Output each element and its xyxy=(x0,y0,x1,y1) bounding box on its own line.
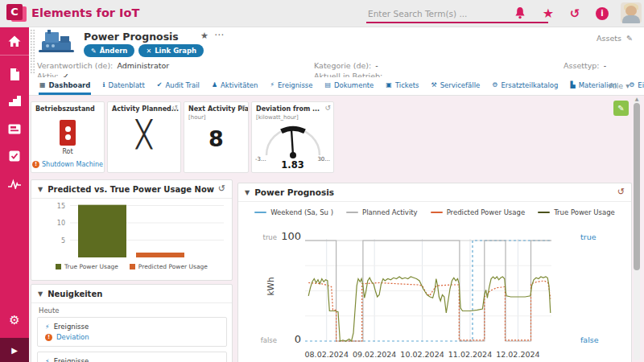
vertical-scrollbar: ▲ xyxy=(634,97,640,360)
dashboard-grid-icon: ▦ xyxy=(39,81,46,88)
y-tick-label: 15 xyxy=(57,203,65,210)
edit-asset-button[interactable]: ✎Ändern xyxy=(84,44,134,57)
app-logo[interactable]: C xyxy=(6,4,28,23)
tab-tickets[interactable]: ▣Tickets xyxy=(385,77,419,95)
tab-aktivitaeten[interactable]: ♟Aktivitäten xyxy=(211,77,259,95)
tab-dokumente[interactable]: ▤Dokumente xyxy=(324,77,375,95)
machine-asset-illustration xyxy=(37,29,76,57)
kpi-title: Activity Planned... xyxy=(108,102,180,113)
tab-dashboard[interactable]: ▦Dashboard xyxy=(39,77,91,95)
check-square-icon xyxy=(9,150,20,162)
history-icon[interactable]: ↺ xyxy=(218,183,225,194)
scroll-up-arrow[interactable]: ▲ xyxy=(634,96,640,101)
history-icon[interactable]: ↺ xyxy=(324,105,331,112)
tab-datenblatt[interactable]: ℹDatenblatt xyxy=(101,77,145,95)
collapse-chevron-icon[interactable]: ▼ xyxy=(38,290,43,298)
kpi-card-deviation: Deviation from ... ↺ [kilowatt_hour] -3.… xyxy=(251,101,334,173)
collapse-chevron-icon[interactable]: ▼ xyxy=(245,189,250,196)
shutdown-machine-link[interactable]: Shutdown Machine xyxy=(42,161,103,168)
neuigkeiten-card: ▼ Neuigkeiten Heute ⚡Ereignisse !Deviati… xyxy=(31,284,233,362)
tab-filter-dropdown[interactable]: Alle ▾ xyxy=(609,81,630,90)
deviation-value: 1.83 xyxy=(252,159,333,171)
assettype-value: - xyxy=(604,61,606,70)
user-avatar[interactable] xyxy=(621,2,642,23)
x-tick-label: 11.02.2024 xyxy=(444,350,496,359)
deviation-link[interactable]: Deviation xyxy=(56,332,89,343)
card-title: Power Prognosis xyxy=(254,187,334,197)
legend-swatch xyxy=(130,264,135,269)
info-circle-icon: ℹ xyxy=(102,81,105,88)
kpi-title: Deviation from ... xyxy=(252,102,333,113)
predicted-vs-true-card: ▼ Predicted vs. True Power Usage Now ↺ 5… xyxy=(31,179,233,281)
sidebar-item-documents[interactable] xyxy=(0,64,29,84)
card-title: Predicted vs. True Power Usage Now xyxy=(47,185,214,194)
history-icon[interactable]: ↺ xyxy=(617,187,625,197)
traffic-light-red xyxy=(60,120,76,146)
favorite-star-icon[interactable]: ★ xyxy=(200,31,208,41)
document-icon xyxy=(10,68,20,80)
kpi-title: Next Activity Pla... xyxy=(184,102,248,113)
series-true-power-usage xyxy=(308,277,551,341)
main-sidebar: ⚙ ▶ xyxy=(0,27,29,362)
gear-icon: ⚙ xyxy=(9,313,19,327)
pencil-icon: ✎ xyxy=(91,47,97,55)
logo-letter: C xyxy=(6,4,23,20)
materials-bars-icon: ▙ xyxy=(570,81,575,88)
tab-ersatzteilkatalog[interactable]: ⚙Ersatzteilkatalog xyxy=(491,77,559,95)
sidebar-item-monitoring[interactable] xyxy=(0,173,29,194)
legend-swatch xyxy=(254,212,266,213)
bar-chart: 51015 xyxy=(36,203,229,261)
gear-icon: ⚙ xyxy=(629,81,634,88)
kpi-title: Betriebszustand xyxy=(31,102,104,113)
right-axis-true-label: true xyxy=(580,232,597,241)
info-icon[interactable]: i xyxy=(596,7,609,20)
pencil-icon: ✎ xyxy=(626,34,633,43)
collapse-chevron-icon[interactable]: ▼ xyxy=(38,186,43,193)
dashboard-panel: Betriebszustand Rot !Shutdown Machine Ac… xyxy=(29,96,644,362)
scrollbar-thumb[interactable] xyxy=(634,103,640,270)
tab-servicefaelle[interactable]: ⚒Servicefälle xyxy=(430,77,481,95)
gear-icon: ⚙ xyxy=(492,81,497,88)
tab-einstellungen[interactable]: ⚙Einstellungen xyxy=(628,77,644,95)
right-axis-false-label: false xyxy=(580,335,599,344)
link-graph-button[interactable]: ✕Link Graph xyxy=(138,44,204,57)
top-bar: C Elements for IoT ★ ↺ i xyxy=(0,0,644,27)
play-arrow-icon: ▶ xyxy=(11,346,18,355)
legend-item: True Power Usage xyxy=(56,263,118,270)
drag-handle[interactable] xyxy=(30,29,35,75)
more-options-icon[interactable]: ⋯ xyxy=(214,29,225,40)
main-content: Power Prognosis ★ ⋯ ✎Ändern ✕Link Graph … xyxy=(29,27,644,362)
news-type: Ereignisse xyxy=(54,322,89,332)
sidebar-item-cards[interactable] xyxy=(0,118,29,139)
legend-item: Predicted Power Usage xyxy=(431,208,526,216)
sidebar-item-settings[interactable]: ⚙ xyxy=(0,310,29,331)
link-graph-icon: ✕ xyxy=(146,47,151,55)
history-icon[interactable]: ↺ xyxy=(239,105,246,112)
card-icon xyxy=(8,124,21,134)
sidebar-item-home[interactable] xyxy=(0,31,29,51)
tab-ereignisse[interactable]: ⚡Ereignisse xyxy=(269,77,313,95)
dashboard-edit-button[interactable]: ✎ xyxy=(613,101,629,116)
kpi-card-next-activity: Next Activity Pla... ↺ [hour] 8 xyxy=(184,101,249,173)
kpi-card-betriebszustand: Betriebszustand Rot !Shutdown Machine xyxy=(31,101,105,173)
news-item[interactable]: ⚡Ereignisse xyxy=(37,352,227,362)
service-tools-icon: ⚒ xyxy=(431,81,436,88)
card-title: Neuigkeiten xyxy=(47,290,102,298)
sidebar-item-tasks[interactable] xyxy=(0,146,29,167)
news-item[interactable]: ⚡Ereignisse !Deviation xyxy=(37,317,227,347)
tab-audit-trail[interactable]: ✔Audit Trail xyxy=(156,77,200,95)
history-icon[interactable]: ↺ xyxy=(567,6,583,22)
bar-steps-icon xyxy=(9,96,21,107)
notifications-bell-icon[interactable] xyxy=(512,6,528,22)
sidebar-collapse-toggle[interactable]: ▶ xyxy=(0,338,29,362)
x-tick-label: 12.02.2024 xyxy=(492,350,543,359)
sidebar-item-reports[interactable] xyxy=(0,91,29,112)
history-icon[interactable]: ↺ xyxy=(171,105,178,112)
x-tick-label: 09.02.2024 xyxy=(349,350,400,359)
favorites-star-icon[interactable]: ★ xyxy=(540,6,556,22)
assets-breadcrumb-link[interactable]: Assets✎ xyxy=(597,34,633,43)
responsible-value: Administrator xyxy=(117,61,169,70)
y-tick-label: 10 xyxy=(57,220,65,227)
legend-swatch xyxy=(431,212,443,213)
activity-planned-value: ╳ xyxy=(108,121,180,147)
